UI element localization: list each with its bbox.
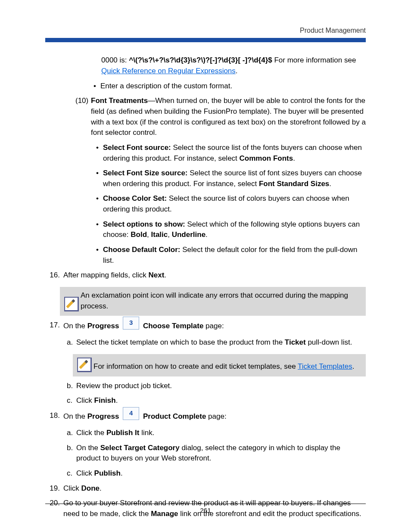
step-18a: a. Click the Publish It link. — [63, 428, 366, 439]
page-header: Product Management — [45, 26, 366, 38]
step-17b: b. Review the product job ticket. — [63, 381, 366, 392]
step-18: 18. On the Progress 4 Product Complete p… — [45, 411, 366, 479]
step-18b: b. On the Select Target Category dialog,… — [63, 443, 366, 464]
section-title: Product Management — [300, 27, 366, 34]
bullet-font-source: Select Font source: Select the source li… — [91, 143, 366, 164]
step-19: 19. Click Done. — [45, 483, 366, 494]
step-17a: a. Select the ticket template on which t… — [63, 337, 366, 348]
progress-step-badge-4: 4 — [123, 407, 139, 420]
font-treatments-label: Font Treatments — [91, 96, 148, 105]
bullet-color-set: Choose Color Set: Select the source list… — [91, 193, 366, 215]
label: Choose Color Set: — [103, 194, 167, 202]
label: Select options to show: — [103, 220, 185, 228]
page-footer: 261 — [45, 504, 366, 515]
note-ticket-templates: For information on how to create and edi… — [73, 354, 366, 376]
regex-prefix: 0000 is: — [101, 56, 129, 64]
pencil-icon — [77, 358, 92, 372]
note-mapping-errors: An exclamation point icon will indicate … — [60, 287, 366, 316]
font-treatments-block: (10) Font Treatments—When turned on, the… — [75, 96, 366, 266]
bullet-text: Enter a description of the custom format… — [100, 81, 366, 92]
sub-item-number: (10) — [75, 96, 91, 138]
page-content: 0000 is: ^\(?\s?\+?\s?\d{3}\s?\)?[-]?\d{… — [45, 55, 366, 519]
regex-period: . — [236, 67, 238, 75]
label: Choose Default Color: — [103, 246, 180, 254]
main-steps-list: 16. After mapping fields, click Next. — [45, 270, 366, 281]
header-rule — [45, 38, 366, 42]
custom-format-bullets: Enter a description of the custom format… — [101, 81, 366, 92]
regex-suffix: For more information see — [272, 56, 356, 64]
note-text: An exclamation point icon will indicate … — [81, 290, 361, 311]
bullet-default-color: Choose Default Color: Select the default… — [91, 245, 366, 266]
label: Select Font source: — [103, 143, 171, 152]
progress-step-badge-3: 3 — [123, 317, 139, 330]
step-17c: c. Click Finish. — [63, 395, 366, 406]
step-16: 16. After mapping fields, click Next. — [45, 270, 366, 281]
page-number: 261 — [200, 507, 211, 514]
regex-reference-link[interactable]: Quick Reference on Regular Expressions — [101, 67, 236, 75]
bullet-font-size-source: Select Font Size source: Select the sour… — [91, 168, 366, 189]
label: Select Font Size source: — [103, 169, 188, 177]
note-text: For information on how to create and edi… — [93, 362, 298, 370]
regex-continuation: 0000 is: ^\(?\s?\+?\s?\d{3}\s?\)?[-]?\d{… — [101, 55, 366, 76]
document-page: Product Management 0000 is: ^\(?\s?\+?\s… — [0, 0, 411, 532]
ticket-templates-link[interactable]: Ticket Templates — [298, 362, 352, 370]
step-17: 17. On the Progress 3 Choose Template pa… — [45, 320, 366, 348]
step-18c: c. Click Publish. — [63, 468, 366, 479]
bullet-options-to-show: Select options to show: Select which of … — [91, 219, 366, 240]
bullet-enter-description: Enter a description of the custom format… — [88, 81, 366, 92]
pencil-icon — [64, 297, 79, 311]
regex-code: ^\(?\s?\+?\s?\d{3}\s?\)?[-]?\d{3}[ -]?\d… — [129, 56, 272, 64]
